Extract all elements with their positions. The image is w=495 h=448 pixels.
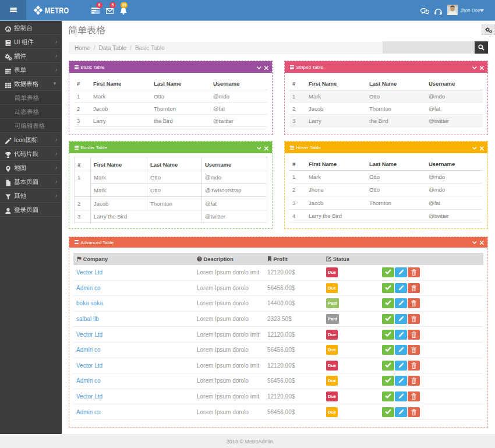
svg-text:?: ?: [199, 257, 201, 261]
